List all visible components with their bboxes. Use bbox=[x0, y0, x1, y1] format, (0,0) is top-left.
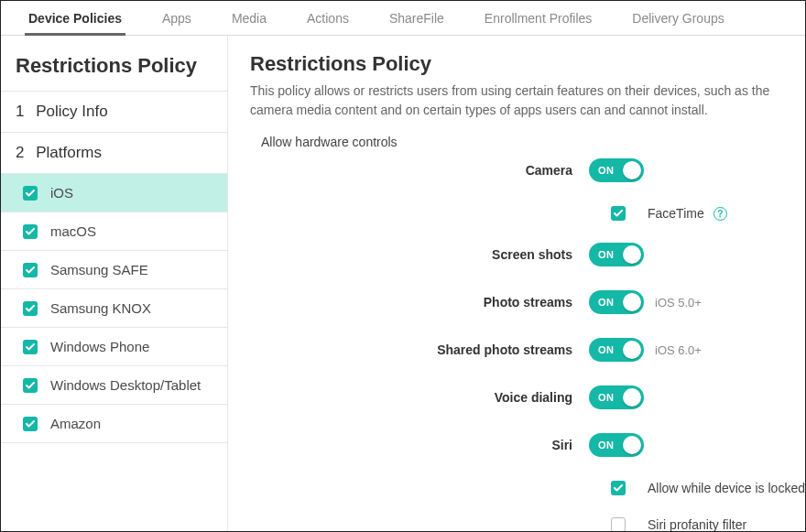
step-number: 2 bbox=[16, 144, 24, 161]
step-label: Platforms bbox=[36, 144, 102, 161]
checkbox-icon[interactable] bbox=[23, 417, 38, 431]
checkbox-allow-locked[interactable] bbox=[611, 481, 626, 495]
help-icon[interactable]: ? bbox=[713, 207, 727, 221]
page-description: This policy allows or restricts users fr… bbox=[250, 81, 805, 120]
toggle-voice-dialing[interactable]: ON bbox=[589, 385, 644, 409]
platform-macos[interactable]: macOS bbox=[1, 212, 227, 251]
hint-text: iOS 5.0+ bbox=[655, 296, 702, 309]
checkbox-icon[interactable] bbox=[23, 263, 38, 277]
hint-text: iOS 6.0+ bbox=[655, 343, 702, 357]
platform-label: Amazon bbox=[50, 416, 101, 431]
sidebar: Restrictions Policy 1 Policy Info 2 Plat… bbox=[1, 36, 228, 531]
checkbox-icon[interactable] bbox=[23, 378, 38, 393]
platform-amazon[interactable]: Amazon bbox=[1, 405, 227, 443]
toggle-photo-streams[interactable]: ON bbox=[589, 290, 644, 314]
toggle-knob bbox=[623, 388, 641, 407]
tab-apps[interactable]: Apps bbox=[142, 1, 212, 35]
toggle-screenshots[interactable]: ON bbox=[589, 243, 644, 266]
toggle-text: ON bbox=[598, 344, 615, 355]
checkbox-icon[interactable] bbox=[23, 301, 38, 316]
row-allow-while-locked: Allow while device is locked bbox=[250, 481, 805, 495]
toggle-siri[interactable]: ON bbox=[589, 433, 644, 457]
step-policy-info[interactable]: 1 Policy Info bbox=[1, 92, 227, 133]
platform-samsung-knox[interactable]: Samsung KNOX bbox=[1, 289, 227, 328]
row-siri-profanity: Siri profanity filter bbox=[250, 517, 805, 531]
row-siri: Siri ON bbox=[250, 433, 805, 457]
toggle-knob bbox=[623, 293, 641, 311]
top-tab-bar: Device Policies Apps Media Actions Share… bbox=[1, 1, 805, 36]
platform-windows-desktop-tablet[interactable]: Windows Desktop/Tablet bbox=[1, 366, 227, 405]
toggle-shared-photo-streams[interactable]: ON bbox=[589, 338, 644, 362]
toggle-knob bbox=[623, 436, 641, 454]
section-heading: Allow hardware controls bbox=[250, 131, 805, 158]
sidebar-title: Restrictions Policy bbox=[1, 45, 227, 92]
tab-enrollment-profiles[interactable]: Enrollment Profiles bbox=[464, 1, 613, 35]
row-label: Shared photo streams bbox=[250, 342, 589, 357]
tab-delivery-groups[interactable]: Delivery Groups bbox=[612, 1, 744, 35]
platform-label: macOS bbox=[50, 223, 96, 239]
platform-label: Samsung KNOX bbox=[50, 300, 151, 316]
row-screenshots: Screen shots ON bbox=[250, 243, 805, 266]
profanity-label: Siri profanity filter bbox=[648, 517, 746, 531]
checkbox-icon[interactable] bbox=[23, 186, 38, 201]
row-label: Screen shots bbox=[250, 247, 589, 262]
checkbox-icon[interactable] bbox=[23, 224, 38, 239]
row-shared-photo-streams: Shared photo streams ON iOS 6.0+ bbox=[250, 338, 805, 362]
platform-label: iOS bbox=[50, 185, 73, 201]
page-title: Restrictions Policy bbox=[250, 52, 805, 76]
facetime-label: FaceTime bbox=[648, 206, 704, 221]
tab-device-policies[interactable]: Device Policies bbox=[8, 1, 142, 35]
tab-sharefile[interactable]: ShareFile bbox=[369, 1, 464, 35]
row-photo-streams: Photo streams ON iOS 5.0+ bbox=[250, 290, 805, 314]
toggle-knob bbox=[623, 245, 641, 264]
row-camera: Camera ON bbox=[250, 158, 805, 182]
tab-actions[interactable]: Actions bbox=[287, 1, 369, 35]
row-label: Camera bbox=[250, 163, 589, 178]
platform-samsung-safe[interactable]: Samsung SAFE bbox=[1, 251, 227, 289]
row-voice-dialing: Voice dialing ON bbox=[250, 385, 805, 409]
platform-label: Samsung SAFE bbox=[50, 262, 148, 277]
toggle-text: ON bbox=[598, 392, 615, 403]
tab-media[interactable]: Media bbox=[212, 1, 287, 35]
allow-locked-label: Allow while device is locked bbox=[648, 481, 805, 495]
toggle-text: ON bbox=[598, 165, 615, 176]
checkbox-siri-profanity[interactable] bbox=[611, 517, 626, 531]
checkbox-icon[interactable] bbox=[23, 340, 38, 354]
platform-windows-phone[interactable]: Windows Phone bbox=[1, 328, 227, 366]
platform-ios[interactable]: iOS bbox=[1, 174, 227, 212]
step-platforms[interactable]: 2 Platforms bbox=[1, 133, 227, 174]
main-panel: Restrictions Policy This policy allows o… bbox=[228, 36, 805, 531]
platform-label: Windows Phone bbox=[50, 339, 149, 354]
row-facetime: FaceTime ? bbox=[250, 206, 805, 221]
toggle-camera[interactable]: ON bbox=[589, 158, 644, 182]
toggle-knob bbox=[623, 161, 641, 179]
toggle-text: ON bbox=[598, 297, 615, 308]
checkbox-facetime[interactable] bbox=[611, 206, 626, 221]
row-label: Voice dialing bbox=[250, 390, 589, 405]
row-label: Siri bbox=[250, 438, 589, 452]
step-label: Policy Info bbox=[36, 103, 107, 120]
toggle-text: ON bbox=[598, 440, 615, 451]
step-number: 1 bbox=[16, 103, 24, 120]
platform-label: Windows Desktop/Tablet bbox=[50, 377, 201, 393]
toggle-knob bbox=[623, 341, 641, 359]
row-label: Photo streams bbox=[250, 295, 589, 309]
toggle-text: ON bbox=[598, 249, 615, 260]
